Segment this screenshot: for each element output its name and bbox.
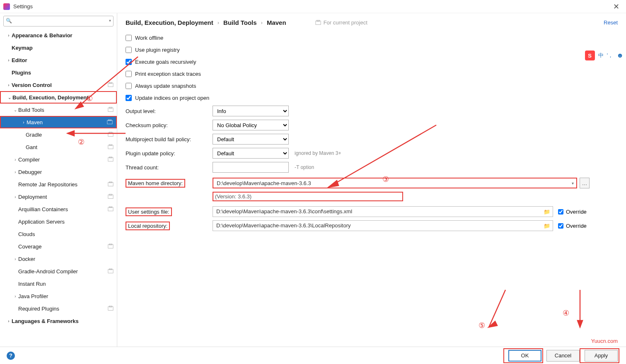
sidebar-item-compiler[interactable]: ›Compiler xyxy=(0,153,117,166)
help-icon[interactable]: ? xyxy=(7,352,15,360)
sidebar-item-gradle[interactable]: Gradle xyxy=(0,128,117,141)
cancel-button[interactable]: Cancel xyxy=(546,350,580,362)
sidebar-item-coverage[interactable]: Coverage xyxy=(0,240,117,253)
label-plugin-upd: Plugin update policy: xyxy=(126,150,213,157)
window-title: Settings xyxy=(13,3,33,10)
sidebar-item-required-plugins[interactable]: Required Plugins xyxy=(0,302,117,315)
select-multiproj[interactable]: Default xyxy=(213,134,289,145)
expand-icon: › xyxy=(6,319,12,323)
sidebar-item-application-servers[interactable]: Application Servers xyxy=(0,215,117,228)
chevron-down-icon[interactable]: ▾ xyxy=(572,181,574,186)
search-icon: 🔍 xyxy=(6,18,12,24)
hint-plugin-upd: ignored by Maven 3+ xyxy=(295,150,341,156)
sidebar-item-remote-jar-repositories[interactable]: Remote Jar Repositories xyxy=(0,178,117,190)
chevron-right-icon: › xyxy=(261,19,263,26)
sidebar-item-label: Deployment xyxy=(18,194,108,200)
hint-thread: -T option xyxy=(295,164,314,170)
expand-icon: › xyxy=(12,157,18,162)
label-multiproj: Multiproject build fail policy: xyxy=(126,136,213,142)
maven-version: (Version: 3.6.3) xyxy=(213,192,403,201)
label-checksum: Checksum policy: xyxy=(126,122,213,128)
check-update-snap[interactable]: Always update snapshots xyxy=(126,80,618,92)
input-maven-home[interactable]: D:\develop\Maven\apache-maven-3.6.3 ▾ xyxy=(213,178,577,188)
folder-icon[interactable]: 📁 xyxy=(544,209,550,215)
sidebar-item-label: Gradle-Android Compiler xyxy=(18,268,108,275)
dialog-footer: ? OK Cancel Apply xyxy=(0,347,626,364)
sidebar-item-instant-run[interactable]: Instant Run xyxy=(0,277,117,290)
input-local-repo[interactable]: D:\develop\Maven\apache-maven-3.6.3\Loca… xyxy=(213,220,553,231)
sidebar-item-appearance-behavior[interactable]: ›Appearance & Behavior xyxy=(0,29,117,41)
sidebar-item-plugins[interactable]: Plugins xyxy=(0,66,117,79)
sidebar-item-editor[interactable]: ›Editor xyxy=(0,54,117,66)
project-icon xyxy=(108,107,114,113)
sidebar-item-label: Appearance & Behavior xyxy=(12,32,114,39)
input-thread-count[interactable] xyxy=(213,162,289,173)
project-icon xyxy=(108,206,114,212)
reset-link[interactable]: Reset xyxy=(604,19,618,26)
sidebar-item-arquillian-containers[interactable]: Arquillian Containers xyxy=(0,203,117,215)
title-bar: Settings ✕ xyxy=(0,0,626,13)
apply-button[interactable]: Apply xyxy=(585,350,618,362)
project-icon xyxy=(108,157,114,162)
sidebar-item-build-tools[interactable]: ⌄Build Tools xyxy=(0,104,117,116)
check-exec-goals[interactable]: Execute goals recursively xyxy=(126,56,618,68)
select-plugin-upd[interactable]: Default xyxy=(213,148,289,159)
sidebar-item-java-profiler[interactable]: ›Java Profiler xyxy=(0,290,117,302)
crumb-build-tools[interactable]: Build Tools xyxy=(223,19,257,26)
search-box: 🔍 ▾ xyxy=(3,16,114,27)
override-local-repo[interactable]: Override xyxy=(558,223,587,229)
expand-icon: › xyxy=(12,170,18,174)
check-work-offline[interactable]: Work offline xyxy=(126,32,618,44)
sidebar-item-debugger[interactable]: ›Debugger xyxy=(0,166,117,178)
override-user-settings[interactable]: Override xyxy=(558,209,587,215)
sidebar-item-languages-frameworks[interactable]: ›Languages & Frameworks xyxy=(0,315,117,327)
sidebar: 🔍 ▾ ›Appearance & BehaviorKeymap›EditorP… xyxy=(0,13,117,347)
ime-indicator: S 中 '， ☻ xyxy=(582,49,626,62)
main-panel: Build, Execution, Deployment › Build Too… xyxy=(117,13,626,347)
sidebar-item-keymap[interactable]: Keymap xyxy=(0,41,117,54)
sidebar-item-label: Coverage xyxy=(18,243,108,250)
expand-icon: › xyxy=(6,58,12,63)
close-icon[interactable]: ✕ xyxy=(610,2,623,11)
sidebar-item-clouds[interactable]: Clouds xyxy=(0,228,117,240)
sidebar-item-maven[interactable]: ›Maven xyxy=(0,116,117,128)
project-icon xyxy=(108,268,114,274)
expand-icon: › xyxy=(21,120,27,125)
sidebar-item-label: Arquillian Containers xyxy=(18,206,108,212)
project-icon xyxy=(108,181,114,187)
sidebar-item-version-control[interactable]: ›Version Control xyxy=(0,79,117,91)
chevron-right-icon: › xyxy=(218,19,219,26)
browse-button[interactable]: … xyxy=(580,178,590,188)
sidebar-item-gant[interactable]: Gant xyxy=(0,141,117,153)
breadcrumb: Build, Execution, Deployment › Build Too… xyxy=(126,19,618,26)
sidebar-item-gradle-android-compiler[interactable]: Gradle-Android Compiler xyxy=(0,265,117,277)
sidebar-item-label: Docker xyxy=(18,256,114,262)
label-maven-home: Maven home directory: xyxy=(126,179,213,188)
crumb-maven: Maven xyxy=(267,19,286,26)
ok-button[interactable]: OK xyxy=(508,350,541,362)
project-icon xyxy=(108,144,114,150)
sidebar-item-deployment[interactable]: ›Deployment xyxy=(0,190,117,203)
input-user-settings[interactable]: D:\develop\Maven\apache-maven-3.6.3\conf… xyxy=(213,206,553,217)
expand-icon: › xyxy=(12,195,18,199)
app-icon xyxy=(3,3,10,10)
sidebar-item-docker[interactable]: ›Docker xyxy=(0,253,117,265)
sidebar-item-label: Gant xyxy=(26,144,108,150)
project-icon xyxy=(107,119,113,125)
select-checksum[interactable]: No Global Policy xyxy=(213,120,289,130)
check-update-idx[interactable]: Update indices on project open xyxy=(126,92,618,104)
chevron-down-icon[interactable]: ▾ xyxy=(109,18,111,23)
crumb-bed[interactable]: Build, Execution, Deployment xyxy=(126,19,213,26)
project-icon xyxy=(315,20,321,26)
project-icon xyxy=(108,306,114,311)
check-plugin-registry[interactable]: Use plugin registry xyxy=(126,44,618,56)
sidebar-item-label: Compiler xyxy=(18,157,108,163)
sidebar-item-build-execution-deployment[interactable]: ⌄Build, Execution, Deployment xyxy=(0,91,117,104)
select-output-level[interactable]: Info xyxy=(213,106,289,116)
search-input[interactable] xyxy=(3,16,114,27)
sidebar-item-label: Debugger xyxy=(18,169,114,175)
label-thread: Thread count: xyxy=(126,164,213,171)
folder-icon[interactable]: 📁 xyxy=(544,223,550,229)
check-print-exc[interactable]: Print exception stack traces xyxy=(126,68,618,80)
expand-icon: › xyxy=(6,33,12,38)
